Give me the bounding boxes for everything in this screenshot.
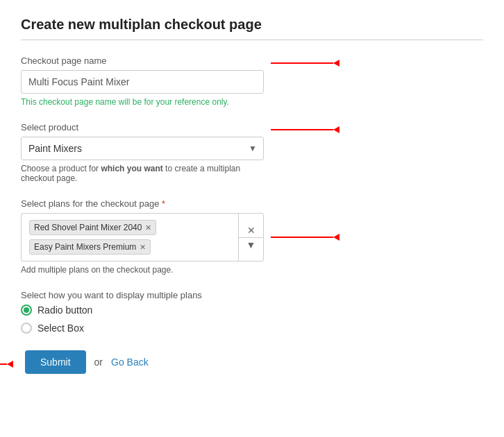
radio-label-radio-button: Radio button — [37, 305, 92, 316]
select-product-label: Select product — [21, 122, 264, 132]
radio-inner-radio-button — [24, 307, 29, 313]
display-options-label: Select how you want to display multiple … — [21, 290, 483, 300]
product-select-wrapper: Paint Mixers Other Product ▼ — [21, 137, 264, 160]
plans-hint: Add multiple plans on the checkout page. — [21, 265, 483, 275]
display-options-section: Select how you want to display multiple … — [21, 290, 483, 334]
product-select[interactable]: Paint Mixers Other Product — [21, 137, 264, 160]
plan-tag-close-0[interactable]: ✕ — [145, 223, 151, 232]
select-product-section: Select product Paint Mixers Other Produc… — [21, 122, 483, 183]
checkout-name-input[interactable] — [21, 70, 264, 94]
radio-option-select-box[interactable]: Select Box — [21, 323, 483, 334]
arrow-checkout-name — [271, 60, 339, 67]
tag-box-clear-btn[interactable]: ✕ — [243, 223, 260, 237]
tag-box-controls: ✕ ▼ — [238, 214, 263, 261]
radio-label-select-box: Select Box — [37, 323, 84, 334]
checkout-name-label: Checkout page name — [21, 55, 264, 66]
radio-circle-radio-button — [21, 305, 32, 316]
required-indicator: * — [162, 198, 165, 209]
arrow-plans — [271, 234, 339, 241]
product-hint: Choose a product for which you want to c… — [21, 164, 264, 183]
page-title: Create new multiplan checkout page — [21, 17, 483, 33]
select-plans-section: Select plans for the checkout page * Red… — [21, 198, 483, 275]
plan-tag-label-1: Easy Paint Mixers Premium — [34, 242, 136, 252]
checkout-name-hint: This checkout page name will be for your… — [21, 97, 483, 107]
plan-tag-label-0: Red Shovel Paint Mixer 2040 — [34, 223, 142, 232]
or-label: or — [94, 357, 103, 368]
checkout-name-section: Checkout page name This checkout page na… — [21, 55, 483, 107]
select-plans-label: Select plans for the checkout page * — [21, 198, 483, 209]
tag-box-expand-btn[interactable]: ▼ — [242, 238, 260, 252]
arrow-product — [271, 126, 339, 133]
form-footer: Submit or Go Back — [21, 350, 483, 374]
radio-circle-select-box — [21, 323, 32, 334]
arrow-submit — [0, 361, 13, 368]
radio-group: Radio button Select Box — [21, 305, 483, 334]
plan-tag-1: Easy Paint Mixers Premium ✕ — [29, 239, 151, 255]
radio-option-radio-button[interactable]: Radio button — [21, 305, 483, 316]
submit-button[interactable]: Submit — [25, 350, 86, 374]
go-back-link[interactable]: Go Back — [111, 357, 149, 368]
plans-tag-box[interactable]: Red Shovel Paint Mixer 2040 ✕ Easy Paint… — [21, 213, 264, 262]
plan-tag-close-1[interactable]: ✕ — [140, 243, 146, 252]
title-divider — [21, 40, 483, 40]
plan-tag-0: Red Shovel Paint Mixer 2040 ✕ — [29, 220, 156, 235]
